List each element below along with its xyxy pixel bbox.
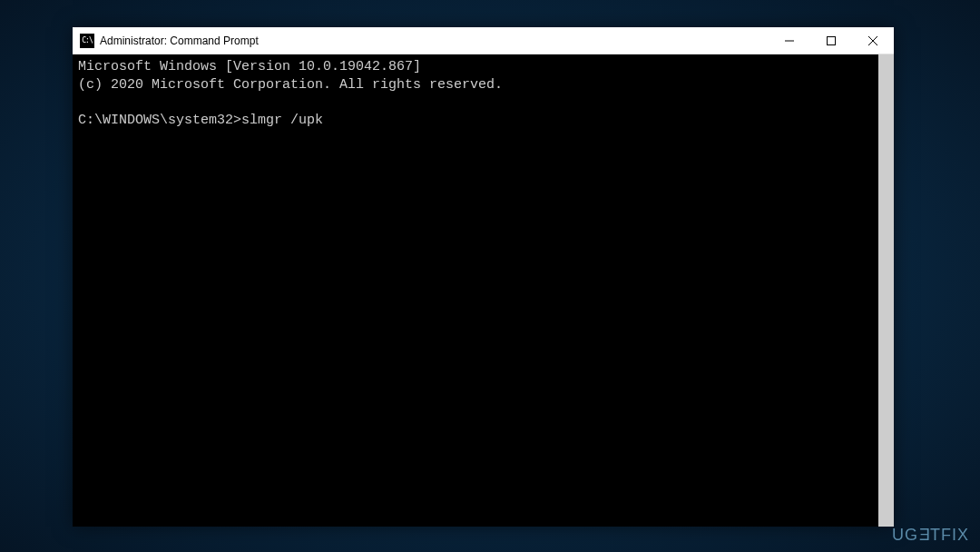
scrollbar[interactable]	[878, 54, 894, 527]
window-title: Administrator: Command Prompt	[100, 34, 769, 47]
titlebar[interactable]: C:\ Administrator: Command Prompt	[73, 27, 894, 54]
scrollbar-thumb[interactable]	[878, 54, 894, 527]
window-controls	[769, 27, 894, 54]
minimize-button[interactable]	[769, 27, 810, 54]
close-button[interactable]	[852, 27, 894, 54]
terminal-line: (c) 2020 Microsoft Corporation. All righ…	[78, 77, 503, 93]
terminal-command: slmgr /upk	[241, 113, 323, 128]
maximize-button[interactable]	[810, 27, 852, 54]
command-prompt-window: C:\ Administrator: Command Prompt Micros…	[73, 27, 894, 527]
terminal-line: Microsoft Windows [Version 10.0.19042.86…	[78, 59, 421, 74]
svg-rect-1	[828, 37, 836, 45]
terminal-area: Microsoft Windows [Version 10.0.19042.86…	[73, 54, 894, 527]
terminal-content[interactable]: Microsoft Windows [Version 10.0.19042.86…	[73, 54, 878, 527]
watermark: UGETFIX	[892, 526, 969, 545]
cmd-icon: C:\	[80, 34, 94, 48]
terminal-prompt: C:\WINDOWS\system32>	[78, 113, 241, 128]
